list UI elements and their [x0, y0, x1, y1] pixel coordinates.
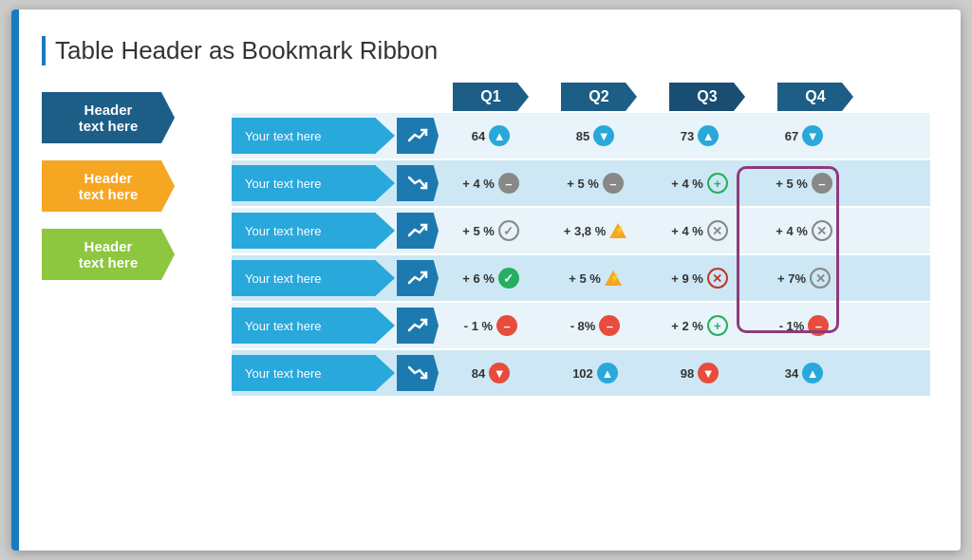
- row-label-wrap-5: Your text here: [232, 308, 439, 344]
- icon-down-red-6-1: ▼: [489, 363, 510, 383]
- content-area: Headertext here Headertext here Headerte…: [42, 83, 930, 396]
- cell-2-2: + 5 % –: [543, 160, 647, 206]
- icon-plus-green-5-3: +: [707, 315, 728, 336]
- row-icon-3: [397, 213, 439, 249]
- row-label-wrap-1: Your text here: [232, 118, 439, 154]
- icon-x-3-4: ✕: [812, 220, 832, 241]
- cell-1-2: 85 ▼: [543, 113, 647, 159]
- icon-x-red-4-3: ✕: [707, 268, 728, 289]
- legend-label-blue: Headertext here: [42, 92, 175, 143]
- col-header-q2: Q2: [547, 83, 651, 111]
- table-row-5: Your text here - 1 % – - 8% –: [232, 303, 930, 348]
- row-icon-2: [397, 165, 439, 201]
- row-label-5: Your text here: [232, 308, 395, 344]
- col-header-q4: Q4: [763, 83, 868, 111]
- cell-4-3: + 9 % ✕: [647, 255, 752, 301]
- cell-1-1: 64 ▲: [439, 113, 543, 159]
- row-cells-6: 84 ▼ 102 ▲ 98 ▼ 34 ▲: [439, 350, 930, 396]
- icon-minus-2-4: –: [812, 173, 832, 194]
- table-row-2: Your text here + 4 % – + 5 % –: [232, 160, 930, 206]
- icon-up-1-1: ▲: [489, 125, 510, 146]
- row-icon-6: [397, 355, 439, 391]
- blue-accent: [11, 9, 19, 551]
- icon-minus-2-2: –: [603, 173, 624, 194]
- cell-2-1: + 4 % –: [439, 160, 543, 206]
- table-row-4: Your text here + 6 % ✓ + 5 % ⚡: [232, 255, 930, 301]
- cell-1-3: 73 ▲: [647, 113, 752, 159]
- cell-2-4: + 5 % –: [752, 160, 856, 206]
- col-header-q3: Q3: [655, 83, 759, 111]
- lightning-icon-3-2: ⚡: [609, 223, 626, 238]
- icon-up-6-4: ▲: [802, 363, 823, 383]
- cell-6-3: 98 ▼: [647, 350, 752, 396]
- cell-5-2: - 8% –: [543, 303, 647, 348]
- row-cells-1: 64 ▲ 85 ▼ 73 ▲ 67 ▼: [439, 113, 930, 159]
- icon-up-1-3: ▲: [698, 125, 719, 146]
- icon-x-3-3: ✕: [707, 220, 728, 241]
- legend-item-2: Headertext here: [42, 160, 213, 212]
- legend-item-1: Headertext here: [42, 92, 213, 143]
- cell-6-1: 84 ▼: [439, 350, 543, 396]
- row-cells-5: - 1 % – - 8% – + 2 % + - 1%: [439, 303, 930, 348]
- col-header-q2-label: Q2: [561, 83, 637, 111]
- legend: Headertext here Headertext here Headerte…: [42, 92, 213, 280]
- slide: Table Header as Bookmark Ribbon Headerte…: [11, 9, 961, 551]
- row-label-wrap-6: Your text here: [232, 355, 439, 391]
- cell-5-4: - 1% –: [752, 303, 856, 348]
- icon-down-1-4: ▼: [802, 125, 823, 146]
- row-icon-1: [397, 118, 439, 154]
- cell-3-1: + 5 % ✓: [439, 208, 543, 253]
- row-icon-4: [397, 260, 439, 296]
- cell-6-2: 102 ▲: [543, 350, 647, 396]
- row-label-2: Your text here: [232, 165, 395, 201]
- cell-4-4: + 7% ✕: [752, 255, 856, 301]
- row-label-wrap-4: Your text here: [232, 260, 439, 296]
- row-cells-3: + 5 % ✓ + 3,8 % ⚡ + 4 % ✕ + 4 %: [439, 208, 930, 253]
- table-rows: Your text here 64 ▲ 85 ▼: [232, 113, 930, 396]
- cell-5-1: - 1 % –: [439, 303, 543, 348]
- col-header-q1-label: Q1: [453, 83, 529, 111]
- row-label-wrap-3: Your text here: [232, 213, 439, 249]
- row-label-1: Your text here: [232, 118, 395, 154]
- icon-x-4-4: ✕: [810, 268, 831, 289]
- table-row-3: Your text here + 5 % ✓ + 3,8 % ⚡: [232, 208, 930, 253]
- icon-minus-red-5-4: –: [808, 315, 829, 336]
- col-header-q3-label: Q3: [669, 83, 745, 111]
- legend-label-orange: Headertext here: [42, 160, 175, 212]
- icon-check-filled-4-1: ✓: [498, 268, 519, 289]
- row-label-6: Your text here: [232, 355, 395, 391]
- row-cells-4: + 6 % ✓ + 5 % ⚡ + 9 % ✕ + 7%: [439, 255, 930, 301]
- icon-minus-2-1: –: [498, 173, 519, 194]
- table-row-6: Your text here 84 ▼ 102 ▲: [232, 350, 930, 396]
- cell-3-3: + 4 % ✕: [647, 208, 752, 253]
- icon-plus-2-3: +: [707, 173, 728, 194]
- row-label-3: Your text here: [232, 213, 395, 249]
- col-headers: Q1 Q2 Q3 Q4: [439, 83, 930, 111]
- col-header-q4-label: Q4: [777, 83, 853, 111]
- cell-1-4: 67 ▼: [752, 113, 856, 159]
- col-header-q1: Q1: [439, 83, 543, 111]
- slide-title: Table Header as Bookmark Ribbon: [42, 36, 930, 65]
- icon-minus-red-5-1: –: [496, 315, 517, 336]
- table-row-1: Your text here 64 ▲ 85 ▼: [232, 113, 930, 159]
- legend-label-green: Headertext here: [42, 229, 175, 280]
- cell-3-2: + 3,8 % ⚡: [543, 208, 647, 253]
- row-icon-5: [397, 308, 439, 344]
- cell-4-1: + 6 % ✓: [439, 255, 543, 301]
- row-label-wrap-2: Your text here: [232, 165, 439, 201]
- legend-item-3: Headertext here: [42, 229, 213, 280]
- row-label-4: Your text here: [232, 260, 395, 296]
- icon-check-3-1: ✓: [498, 220, 519, 241]
- lightning-icon-4-2: ⚡: [605, 271, 622, 286]
- cell-5-3: + 2 % +: [647, 303, 752, 348]
- cell-3-4: + 4 % ✕: [752, 208, 856, 253]
- icon-up-6-2: ▲: [597, 363, 618, 383]
- row-cells-2: + 4 % – + 5 % – + 4 % + + 5 %: [439, 160, 930, 206]
- icon-down-red-6-3: ▼: [698, 363, 719, 383]
- cell-4-2: + 5 % ⚡: [543, 255, 647, 301]
- icon-down-1-2: ▼: [593, 125, 614, 146]
- cell-6-4: 34 ▲: [752, 350, 856, 396]
- cell-2-3: + 4 % +: [647, 160, 752, 206]
- icon-minus-red-5-2: –: [599, 315, 620, 336]
- table-area: Q1 Q2 Q3 Q4 Your text here: [232, 83, 930, 396]
